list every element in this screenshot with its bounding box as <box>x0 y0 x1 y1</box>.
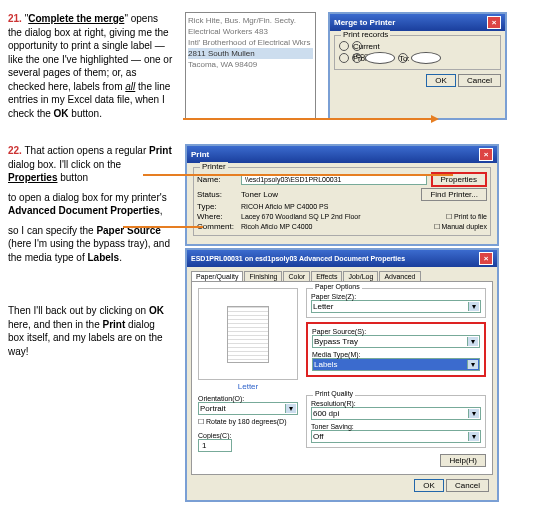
tab-color[interactable]: Color <box>283 271 310 281</box>
tab-paper[interactable]: Paper/Quality <box>191 271 243 281</box>
arrow-icon <box>123 226 203 228</box>
toner-select[interactable]: Off▾ <box>311 430 481 443</box>
address-list: Rick Hite, Bus. Mgr/Fin. Secty. Electric… <box>185 12 316 120</box>
radio-current[interactable]: Current record <box>339 41 496 51</box>
merge-title: Merge to Printer <box>334 18 395 27</box>
adv-title: ESD1PRL00031 on esd1psoly03 Advanced Doc… <box>191 255 405 262</box>
tab-joblog[interactable]: Job/Log <box>343 271 378 281</box>
copies-input[interactable]: 1 <box>198 439 232 452</box>
arrow-icon <box>183 118 433 120</box>
resolution-select[interactable]: 600 dpi▾ <box>311 407 481 420</box>
cancel-button[interactable]: Cancel <box>458 74 501 87</box>
tabs: Paper/Quality Finishing Color Effects Jo… <box>191 271 493 281</box>
chevron-down-icon: ▾ <box>285 404 296 413</box>
print-dialog: Print × Printer Name:\\esd1psoly03\ESD1P… <box>185 144 499 246</box>
find-printer-button[interactable]: Find Printer... <box>421 188 487 201</box>
chevron-down-icon: ▾ <box>467 337 478 346</box>
preview <box>198 288 298 380</box>
help-button[interactable]: Help(H) <box>440 454 486 467</box>
papersource-select[interactable]: Bypass Tray▾ <box>312 335 480 348</box>
manual-duplex-check[interactable]: ☐ Manual duplex <box>434 223 487 231</box>
orientation-select[interactable]: Portrait▾ <box>198 402 298 415</box>
arrow-icon <box>143 174 453 176</box>
ok-button[interactable]: OK <box>426 74 456 87</box>
cancel-button[interactable]: Cancel <box>446 479 489 492</box>
close-icon[interactable]: × <box>487 16 501 29</box>
step22-text: 22. That action opens a regular Print di… <box>8 144 173 358</box>
merge-dialog: Merge to Printer × Print records Current… <box>328 12 507 120</box>
advanced-dialog: ESD1PRL00031 on esd1psoly03 Advanced Doc… <box>185 248 499 502</box>
to-input[interactable] <box>411 52 441 64</box>
from-input[interactable] <box>365 52 395 64</box>
close-icon[interactable]: × <box>479 252 493 265</box>
tab-advanced[interactable]: Advanced <box>379 271 420 281</box>
rotate-check[interactable]: ☐ Rotate by 180 degrees(D) <box>198 418 298 426</box>
chevron-down-icon: ▾ <box>468 302 479 311</box>
radio-from[interactable]: From: To: <box>339 52 496 64</box>
print-title: Print <box>191 150 209 159</box>
tab-finishing[interactable]: Finishing <box>244 271 282 281</box>
tab-effects[interactable]: Effects <box>311 271 342 281</box>
chevron-down-icon: ▾ <box>468 409 479 418</box>
step21-text: 21. "Complete the merge" opens the dialo… <box>8 12 173 120</box>
close-icon[interactable]: × <box>479 148 493 161</box>
ok-button[interactable]: OK <box>414 479 444 492</box>
chevron-down-icon: ▾ <box>467 360 478 369</box>
print-to-file-check[interactable]: ☐ Print to file <box>446 213 487 221</box>
chevron-down-icon: ▾ <box>468 432 479 441</box>
mediatype-select[interactable]: Labels▾ <box>312 358 480 371</box>
papersize-select[interactable]: Letter▾ <box>311 300 481 313</box>
